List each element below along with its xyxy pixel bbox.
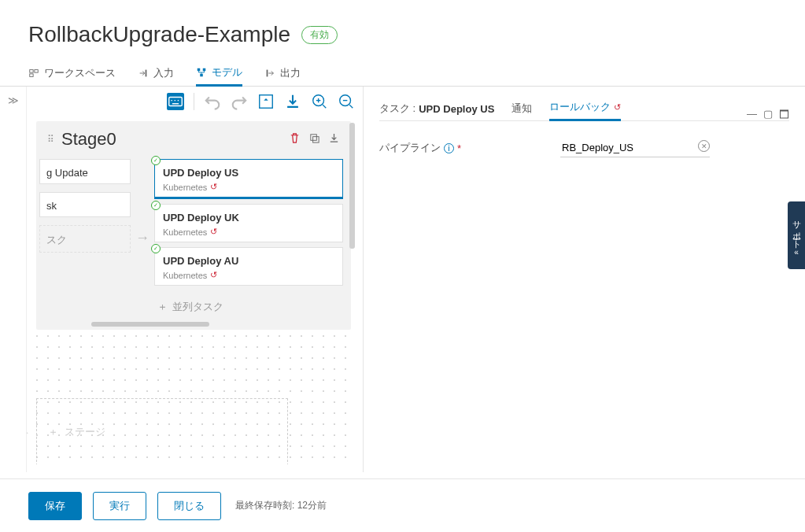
svg-rect-24 bbox=[781, 112, 788, 118]
rollback-indicator-icon: ↺ bbox=[210, 270, 217, 280]
expand-left-icon[interactable]: ≫ bbox=[8, 94, 19, 472]
task-card-upd-deploy-uk[interactable]: ✓ UPD Deploy UK Kubernetes↺ bbox=[154, 204, 343, 242]
pipeline-label: パイプライン i * bbox=[379, 141, 560, 155]
detail-tab-rollback[interactable]: ロールバック↺ bbox=[549, 100, 621, 121]
input-icon bbox=[138, 68, 149, 79]
svg-line-19 bbox=[349, 105, 353, 108]
page-title: RollbackUpgrade-Example bbox=[28, 22, 290, 47]
info-icon[interactable]: i bbox=[444, 143, 454, 153]
canvas-toolbar bbox=[27, 87, 363, 116]
svg-rect-6 bbox=[200, 73, 203, 76]
tab-model[interactable]: モデル bbox=[196, 61, 242, 87]
save-button[interactable]: 保存 bbox=[28, 492, 82, 520]
status-badge: 有効 bbox=[301, 26, 338, 44]
fit-icon[interactable] bbox=[257, 93, 275, 110]
svg-rect-4 bbox=[198, 68, 201, 71]
close-button[interactable]: 閉じる bbox=[157, 492, 221, 520]
minimize-icon[interactable]: — bbox=[747, 108, 757, 120]
drag-grip-icon[interactable]: ⠿ bbox=[47, 134, 54, 145]
svg-rect-1 bbox=[35, 69, 38, 72]
required-asterisk: * bbox=[457, 142, 461, 154]
workspace-icon bbox=[28, 68, 39, 79]
restore-icon[interactable]: ▢ bbox=[763, 108, 773, 120]
svg-rect-3 bbox=[146, 69, 147, 76]
clone-stage-icon[interactable] bbox=[308, 132, 320, 146]
add-stage-placeholder[interactable]: → ＋ステージ bbox=[36, 398, 288, 464]
svg-rect-8 bbox=[169, 98, 183, 106]
model-icon bbox=[196, 67, 207, 78]
task-card-upd-deploy-us[interactable]: ✓ UPD Deploy US Kubernetes↺ bbox=[154, 159, 343, 199]
zoom-in-icon[interactable] bbox=[311, 93, 328, 110]
svg-rect-22 bbox=[313, 137, 319, 143]
stage-card[interactable]: ⠿ Stage0 g Update sk スク → bbox=[36, 121, 351, 330]
maximize-icon[interactable] bbox=[779, 108, 789, 120]
redo-icon[interactable] bbox=[231, 93, 248, 110]
rollback-icon: ↺ bbox=[614, 102, 621, 113]
support-side-tab[interactable]: サポート bbox=[788, 201, 805, 269]
undo-icon[interactable] bbox=[204, 93, 221, 110]
tab-output[interactable]: 出力 bbox=[264, 60, 301, 86]
success-check-icon: ✓ bbox=[151, 244, 161, 253]
arrow-right-icon: → bbox=[27, 427, 30, 438]
svg-rect-7 bbox=[267, 69, 268, 76]
add-parallel-task[interactable]: ＋並列タスク bbox=[154, 290, 343, 317]
svg-rect-0 bbox=[30, 69, 33, 72]
plus-icon: ＋ bbox=[157, 300, 168, 314]
task-card-partial[interactable]: sk bbox=[39, 192, 131, 217]
arrow-right-icon: → bbox=[135, 230, 150, 246]
svg-rect-5 bbox=[203, 68, 206, 71]
rollback-indicator-icon: ↺ bbox=[210, 182, 217, 192]
keyboard-icon[interactable] bbox=[167, 93, 184, 110]
main-tabs: ワークスペース 入力 モデル 出力 bbox=[0, 60, 805, 87]
rollback-indicator-icon: ↺ bbox=[210, 227, 217, 237]
tab-input[interactable]: 入力 bbox=[138, 60, 174, 86]
detail-tab-notify[interactable]: 通知 bbox=[511, 102, 532, 120]
stage-title[interactable]: Stage0 bbox=[61, 129, 289, 150]
success-check-icon: ✓ bbox=[151, 201, 161, 210]
export-stage-icon[interactable] bbox=[328, 132, 340, 146]
plus-icon: ＋ bbox=[48, 425, 58, 439]
last-save-label: 最終保存時刻: 12分前 bbox=[235, 499, 327, 512]
zoom-out-icon[interactable] bbox=[338, 93, 355, 110]
output-icon bbox=[264, 68, 275, 79]
stage-scrollbar[interactable] bbox=[91, 322, 209, 327]
success-check-icon: ✓ bbox=[151, 156, 161, 165]
svg-line-15 bbox=[323, 105, 326, 108]
delete-stage-icon[interactable] bbox=[289, 132, 301, 146]
detail-tab-task[interactable]: タスク :UPD Deploy US bbox=[379, 102, 494, 120]
task-card-partial[interactable]: スク bbox=[39, 225, 131, 253]
run-button[interactable]: 実行 bbox=[93, 492, 146, 520]
svg-rect-13 bbox=[260, 95, 273, 109]
pipeline-input[interactable] bbox=[560, 139, 710, 157]
tab-workspace[interactable]: ワークスペース bbox=[28, 60, 116, 86]
download-icon[interactable] bbox=[284, 93, 301, 110]
svg-rect-21 bbox=[311, 135, 317, 141]
task-card-upd-deploy-au[interactable]: ✓ UPD Deploy AU Kubernetes↺ bbox=[154, 247, 343, 286]
task-card-partial[interactable]: g Update bbox=[39, 159, 131, 184]
vertical-scrollbar[interactable] bbox=[349, 123, 355, 249]
svg-rect-2 bbox=[30, 73, 33, 76]
clear-input-icon[interactable]: ✕ bbox=[698, 140, 710, 152]
